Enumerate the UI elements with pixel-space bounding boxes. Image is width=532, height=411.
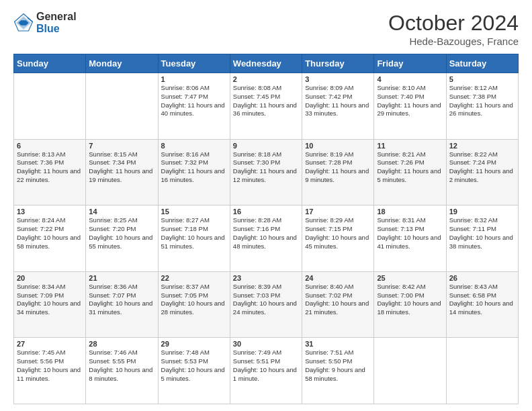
sunset-text: Sunset: 5:50 PM (305, 357, 352, 365)
sunset-text: Sunset: 5:51 PM (233, 357, 280, 365)
day-info: Sunrise: 8:10 AM Sunset: 7:40 PM Dayligh… (377, 84, 443, 118)
logo-blue-text: Blue (36, 23, 77, 35)
day-number: 28 (89, 340, 154, 348)
day-info: Sunrise: 8:18 AM Sunset: 7:30 PM Dayligh… (233, 150, 299, 185)
day-info: Sunrise: 8:37 AM Sunset: 7:05 PM Dayligh… (161, 283, 227, 317)
sunset-text: Sunset: 7:13 PM (377, 225, 424, 232)
sunset-text: Sunset: 7:00 PM (377, 291, 424, 299)
header-sunday: Sunday (14, 54, 86, 73)
calendar-cell-4-6 (446, 338, 518, 404)
header-saturday: Saturday (446, 54, 518, 73)
daylight-text: Daylight: 11 hours and 2 minutes. (449, 167, 513, 183)
calendar-cell-4-1: 28 Sunrise: 7:46 AM Sunset: 5:55 PM Dayl… (86, 338, 158, 404)
daylight-text: Daylight: 11 hours and 12 minutes. (233, 167, 297, 183)
sunrise-text: Sunrise: 8:43 AM (449, 283, 498, 290)
daylight-text: Daylight: 10 hours and 58 minutes. (17, 234, 81, 250)
day-number: 24 (305, 274, 371, 282)
calendar-cell-1-2: 8 Sunrise: 8:16 AM Sunset: 7:32 PM Dayli… (158, 139, 230, 205)
calendar-cell-1-3: 9 Sunrise: 8:18 AM Sunset: 7:30 PM Dayli… (230, 139, 302, 205)
calendar-cell-3-0: 20 Sunrise: 8:34 AM Sunset: 7:09 PM Dayl… (14, 271, 86, 338)
sunset-text: Sunset: 7:28 PM (305, 158, 352, 166)
sunset-text: Sunset: 7:16 PM (233, 225, 280, 232)
calendar-cell-0-2: 1 Sunrise: 8:06 AM Sunset: 7:47 PM Dayli… (158, 73, 230, 140)
sunrise-text: Sunrise: 7:45 AM (17, 349, 65, 356)
day-number: 13 (17, 208, 83, 216)
daylight-text: Daylight: 11 hours and 5 minutes. (377, 167, 441, 183)
daylight-text: Daylight: 11 hours and 9 minutes. (305, 167, 369, 183)
month-title: October 2024 (388, 11, 519, 36)
sunset-text: Sunset: 7:40 PM (377, 93, 424, 100)
day-info: Sunrise: 8:09 AM Sunset: 7:42 PM Dayligh… (305, 84, 371, 118)
day-number: 11 (377, 142, 443, 150)
day-info: Sunrise: 8:15 AM Sunset: 7:34 PM Dayligh… (89, 150, 154, 185)
logo: General Blue (13, 11, 77, 34)
calendar-cell-0-1 (86, 73, 158, 140)
sunrise-text: Sunrise: 8:28 AM (233, 216, 281, 224)
sunrise-text: Sunrise: 8:13 AM (17, 150, 65, 158)
day-info: Sunrise: 8:32 AM Sunset: 7:11 PM Dayligh… (449, 216, 515, 250)
day-info: Sunrise: 8:21 AM Sunset: 7:26 PM Dayligh… (377, 150, 443, 185)
calendar-cell-1-0: 6 Sunrise: 8:13 AM Sunset: 7:36 PM Dayli… (14, 139, 86, 205)
day-info: Sunrise: 8:42 AM Sunset: 7:00 PM Dayligh… (377, 283, 443, 317)
sunrise-text: Sunrise: 8:25 AM (89, 216, 137, 224)
daylight-text: Daylight: 10 hours and 8 minutes. (89, 366, 152, 382)
daylight-text: Daylight: 11 hours and 36 minutes. (233, 101, 297, 118)
day-info: Sunrise: 8:40 AM Sunset: 7:02 PM Dayligh… (305, 283, 371, 317)
sunrise-text: Sunrise: 8:09 AM (305, 84, 353, 91)
sunset-text: Sunset: 7:38 PM (449, 93, 496, 100)
daylight-text: Daylight: 10 hours and 48 minutes. (233, 234, 297, 250)
day-number: 31 (305, 340, 371, 348)
sunset-text: Sunset: 7:22 PM (17, 225, 64, 232)
sunset-text: Sunset: 5:56 PM (17, 357, 64, 365)
day-info: Sunrise: 8:31 AM Sunset: 7:13 PM Dayligh… (377, 216, 443, 250)
logo-general-text: General (36, 11, 77, 23)
calendar-cell-2-4: 17 Sunrise: 8:29 AM Sunset: 7:15 PM Dayl… (302, 205, 374, 272)
sunrise-text: Sunrise: 8:16 AM (161, 150, 210, 158)
sunrise-text: Sunrise: 8:22 AM (449, 150, 498, 158)
day-number: 8 (161, 142, 227, 150)
calendar-cell-1-6: 12 Sunrise: 8:22 AM Sunset: 7:24 PM Dayl… (446, 139, 518, 205)
header-tuesday: Tuesday (158, 54, 230, 73)
sunrise-text: Sunrise: 8:15 AM (89, 150, 137, 158)
logo-icon (13, 13, 34, 33)
week-row-4: 20 Sunrise: 8:34 AM Sunset: 7:09 PM Dayl… (14, 271, 519, 338)
daylight-text: Daylight: 10 hours and 55 minutes. (89, 234, 152, 250)
sunset-text: Sunset: 7:24 PM (449, 158, 496, 166)
sunset-text: Sunset: 7:47 PM (161, 93, 208, 100)
day-info: Sunrise: 8:08 AM Sunset: 7:45 PM Dayligh… (233, 84, 299, 118)
sunrise-text: Sunrise: 8:18 AM (233, 150, 281, 158)
day-number: 9 (233, 142, 299, 150)
day-info: Sunrise: 7:46 AM Sunset: 5:55 PM Dayligh… (89, 349, 154, 383)
sunset-text: Sunset: 7:07 PM (89, 291, 136, 299)
day-info: Sunrise: 7:51 AM Sunset: 5:50 PM Dayligh… (305, 349, 371, 383)
daylight-text: Daylight: 10 hours and 28 minutes. (161, 300, 225, 316)
day-number: 16 (233, 208, 299, 216)
day-info: Sunrise: 7:49 AM Sunset: 5:51 PM Dayligh… (233, 349, 299, 383)
daylight-text: Daylight: 10 hours and 51 minutes. (161, 234, 225, 250)
daylight-text: Daylight: 10 hours and 24 minutes. (233, 300, 297, 316)
calendar-cell-3-2: 22 Sunrise: 8:37 AM Sunset: 7:05 PM Dayl… (158, 271, 230, 338)
day-number: 20 (17, 274, 83, 282)
sunset-text: Sunset: 6:58 PM (449, 291, 496, 299)
calendar-cell-2-5: 18 Sunrise: 8:31 AM Sunset: 7:13 PM Dayl… (374, 205, 446, 272)
sunset-text: Sunset: 7:42 PM (305, 93, 352, 100)
calendar-cell-3-3: 23 Sunrise: 8:39 AM Sunset: 7:03 PM Dayl… (230, 271, 302, 338)
day-number: 23 (233, 274, 299, 282)
calendar-cell-0-3: 2 Sunrise: 8:08 AM Sunset: 7:45 PM Dayli… (230, 73, 302, 140)
sunrise-text: Sunrise: 8:32 AM (449, 216, 498, 224)
daylight-text: Daylight: 11 hours and 33 minutes. (305, 101, 369, 118)
daylight-text: Daylight: 11 hours and 26 minutes. (449, 101, 513, 118)
daylight-text: Daylight: 11 hours and 40 minutes. (161, 101, 225, 118)
day-info: Sunrise: 8:16 AM Sunset: 7:32 PM Dayligh… (161, 150, 227, 185)
sunset-text: Sunset: 7:34 PM (89, 158, 136, 166)
calendar-cell-2-1: 14 Sunrise: 8:25 AM Sunset: 7:20 PM Dayl… (86, 205, 158, 272)
week-row-1: 1 Sunrise: 8:06 AM Sunset: 7:47 PM Dayli… (14, 73, 519, 140)
header-monday: Monday (86, 54, 158, 73)
calendar-cell-1-4: 10 Sunrise: 8:19 AM Sunset: 7:28 PM Dayl… (302, 139, 374, 205)
calendar-cell-4-5 (374, 338, 446, 404)
day-info: Sunrise: 8:39 AM Sunset: 7:03 PM Dayligh… (233, 283, 299, 317)
sunrise-text: Sunrise: 8:06 AM (161, 84, 210, 91)
daylight-text: Daylight: 10 hours and 1 minute. (233, 366, 297, 382)
calendar-cell-0-5: 4 Sunrise: 8:10 AM Sunset: 7:40 PM Dayli… (374, 73, 446, 140)
sunrise-text: Sunrise: 7:51 AM (305, 349, 353, 356)
